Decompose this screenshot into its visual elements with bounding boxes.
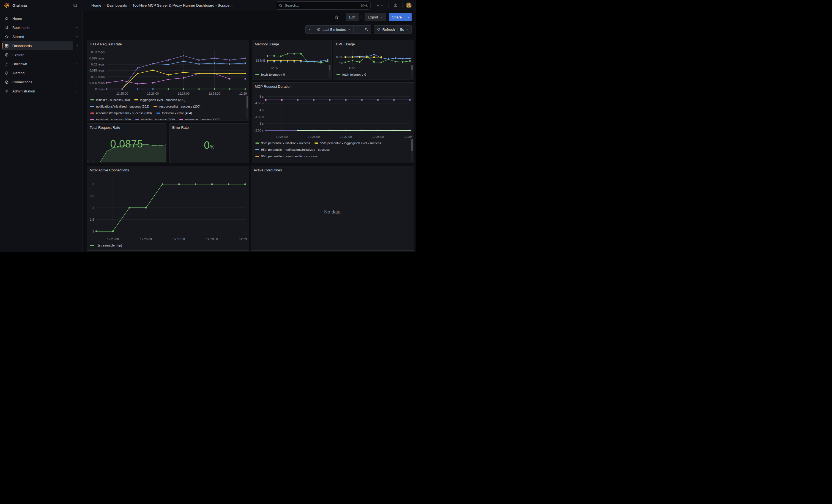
mcp-active-connections-chart[interactable]: 12:25:0012:26:0012:27:0012:28:0012:29:00…	[88, 174, 248, 242]
svg-text:2.5: 2.5	[90, 194, 94, 197]
legend-scrollbar[interactable]	[411, 65, 413, 78]
chevron-down-icon[interactable]	[73, 42, 81, 50]
sidebar: Home Bookmarks Starred Dashboards	[0, 11, 82, 252]
refresh-interval-picker[interactable]: 5s	[397, 25, 412, 33]
sidebar-item-starred[interactable]: Starred	[2, 32, 73, 41]
legend-item[interactable]: tools/call - error (404)	[156, 111, 192, 115]
http-request-rate-chart[interactable]: 12:25:0012:26:0012:27:0012:28:0012:29:00…	[88, 48, 248, 96]
time-range-label: Last 5 minutes	[322, 27, 346, 32]
panel-mcp-request-duration: MCP Request Duration 12:25:0012:26:0012:…	[252, 82, 414, 163]
share-menu-caret[interactable]	[405, 13, 412, 21]
dock-sidebar-icon[interactable]	[72, 2, 79, 9]
panel-header[interactable]: MCP Active Connections	[87, 166, 249, 174]
panel-header[interactable]: Active Goroutines	[251, 166, 414, 174]
user-avatar[interactable]	[406, 2, 412, 8]
chevron-down-icon[interactable]	[73, 60, 81, 68]
svg-text:12:27:00: 12:27:00	[340, 135, 352, 138]
breadcrumb-home[interactable]: Home	[92, 3, 101, 7]
cpu-usage-chart[interactable]: 12:250.2%0%	[334, 48, 412, 71]
legend-item[interactable]: 95th percentile - logging/setLevel - suc…	[314, 141, 381, 145]
panel-title: MCP Active Connections	[90, 168, 129, 172]
legend-item[interactable]: resources/templates/list - success (200)	[90, 111, 152, 115]
legend-scrollbar[interactable]	[246, 96, 249, 119]
legend-item[interactable]: 95th percentile - resources/list - succe…	[255, 155, 317, 158]
help-icon[interactable]	[392, 2, 399, 9]
edit-button[interactable]: Edit	[346, 13, 359, 21]
legend-item[interactable]: tools/call - success (200)	[90, 118, 131, 120]
share-button[interactable]: Share	[389, 13, 405, 21]
panel-header[interactable]: MCP Request Duration	[252, 82, 414, 90]
no-data-message: No data	[251, 174, 414, 250]
error-rate-sparkline[interactable]	[170, 160, 249, 163]
panel-header[interactable]: CPU Usage	[333, 40, 414, 48]
sidebar-item-administration[interactable]: Administration	[2, 87, 73, 96]
time-shift-back-button[interactable]	[305, 25, 314, 33]
memory-usage-chart[interactable]: 12:2516 MiB	[253, 48, 330, 71]
chevron-down-icon[interactable]	[73, 87, 81, 95]
legend-item[interactable]: logging/setLevel - success (200)	[134, 98, 185, 102]
svg-text:4 s: 4 s	[259, 108, 264, 112]
legend-marker	[90, 112, 94, 114]
svg-text:1: 1	[93, 230, 94, 233]
sidebar-item-drilldown[interactable]: Drilldown	[2, 59, 73, 68]
sidebar-item-connections[interactable]: Connections	[2, 78, 73, 86]
panel-memory-usage: Memory Usage 12:2516 MiB fetch-telemetry…	[252, 40, 332, 80]
chevron-down-icon[interactable]	[73, 78, 81, 86]
sidebar-item-label: Explore	[12, 53, 25, 57]
legend-item[interactable]: - (streamable-http)	[90, 244, 122, 247]
legend-marker	[90, 119, 94, 120]
panel-header[interactable]: Error Rate	[170, 124, 249, 131]
home-icon	[4, 16, 9, 21]
panel-error-rate: Error Rate 0%	[169, 123, 249, 163]
legend-item[interactable]: resources/list - success (200)	[154, 105, 201, 108]
panel-header[interactable]: Total Request Rate	[87, 124, 166, 131]
legend-item[interactable]: unknown - success (200)	[179, 118, 220, 120]
legend-item[interactable]: 95th percentile - notifications/initiali…	[255, 148, 330, 151]
legend-item[interactable]: fetch-telemetry-0	[337, 73, 366, 76]
svg-text:12:27:00: 12:27:00	[173, 237, 185, 241]
grafana-logo[interactable]	[4, 2, 10, 8]
legend-item[interactable]: notifications/initialized - success (202…	[90, 105, 149, 108]
chevron-down-icon[interactable]	[73, 24, 81, 31]
time-shift-forward-button[interactable]	[353, 25, 362, 33]
chevron-down-icon[interactable]	[73, 69, 81, 77]
legend-item[interactable]: tools/list - success (200)	[135, 118, 175, 120]
legend-item[interactable]: 95th percentile - resources/templates/li…	[255, 161, 332, 162]
top-bar: Grafana Home › Dashboards › ToolHive MCP…	[0, 0, 416, 11]
sidebar-item-alerting[interactable]: Alerting	[2, 69, 73, 77]
panel-header[interactable]: HTTP Request Rate	[87, 40, 249, 48]
favorite-star-icon[interactable]	[333, 14, 340, 21]
svg-text:1.5: 1.5	[90, 218, 94, 221]
sidebar-item-bookmarks[interactable]: Bookmarks	[2, 23, 73, 32]
sidebar-item-home[interactable]: Home	[2, 14, 81, 23]
legend-marker	[255, 156, 259, 157]
time-range-picker[interactable]: Last 5 minutes	[314, 25, 354, 33]
zoom-out-button[interactable]	[362, 25, 371, 33]
add-new-button[interactable]	[374, 2, 385, 9]
legend-item[interactable]: fetch-telemetry-0	[255, 73, 285, 76]
legend-item[interactable]: 95th percentile - initialize - success	[255, 141, 310, 145]
legend-label: tools/list - success (200)	[141, 118, 175, 120]
export-button[interactable]: Export	[365, 13, 386, 21]
sidebar-item-dashboards[interactable]: Dashboards	[2, 41, 73, 50]
svg-text:3 s: 3 s	[259, 122, 264, 125]
bookmark-icon	[4, 25, 9, 30]
zoom-out-icon	[365, 27, 368, 31]
legend-scrollbar[interactable]	[329, 65, 331, 78]
topbar-right: Search... ⌘+k	[276, 1, 416, 10]
chevron-down-icon[interactable]	[73, 33, 81, 41]
breadcrumb-current-dashboard: ToolHive MCP Server & Proxy Runner Dashb…	[133, 3, 233, 7]
svg-text:16 MiB: 16 MiB	[256, 59, 265, 62]
legend-scrollbar[interactable]	[411, 139, 413, 162]
dashboard-actions: Edit Export Share	[333, 12, 412, 22]
panel-header[interactable]: Memory Usage	[252, 40, 332, 48]
chevron-down-icon	[348, 28, 351, 31]
legend-item[interactable]: initialize - success (200)	[90, 98, 130, 102]
mcp-request-duration-chart[interactable]: 12:25:0012:26:0012:27:0012:28:0012:29:00…	[253, 90, 412, 139]
svg-text:12:29:00: 12:29:00	[404, 135, 412, 138]
sidebar-item-explore[interactable]: Explore	[2, 50, 81, 59]
refresh-button[interactable]: Refresh	[374, 25, 398, 33]
search-input[interactable]: Search... ⌘+k	[276, 1, 371, 10]
sidebar-item-label: Administration	[12, 89, 35, 93]
breadcrumb-dashboards[interactable]: Dashboards	[107, 3, 127, 7]
